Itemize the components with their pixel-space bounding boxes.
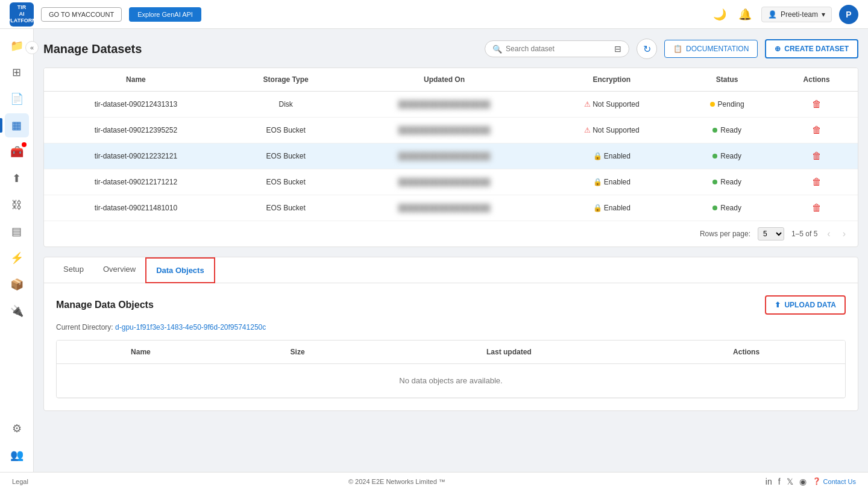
legal-link[interactable]: Legal xyxy=(12,478,28,485)
filter-icon[interactable]: ⊟ xyxy=(614,44,621,54)
go-to-myaccount-button[interactable]: GO TO MYACCOUNT xyxy=(41,7,122,22)
current-directory-link[interactable]: d-gpu-1f91f3e3-1483-4e50-9f6d-20f9574125… xyxy=(115,323,266,331)
sidebar-item-network[interactable]: ⛓ xyxy=(5,193,29,217)
col-encryption: Encryption xyxy=(544,68,679,92)
row-updated-on: ██████████████████ xyxy=(344,118,545,143)
sidebar-item-workflow[interactable]: ⚡ xyxy=(5,246,29,270)
col-do-size: Size xyxy=(225,341,370,364)
twitter-icon[interactable]: 𝕏 xyxy=(787,477,793,486)
rss-icon[interactable]: ◉ xyxy=(799,477,807,486)
row-status: Ready xyxy=(679,118,775,143)
tabs-section: Setup Overview Data Objects Manage Data … xyxy=(43,257,858,411)
pagination-range: 1–5 of 5 xyxy=(791,230,817,238)
row-updated-on: ██████████████████ xyxy=(344,169,545,195)
footer: Legal © 2024 E2E Networks Limited ™ in f… xyxy=(0,472,868,490)
search-icon: 🔍 xyxy=(492,45,502,54)
table-row: tir-dataset-090212395252EOS Bucket██████… xyxy=(44,118,858,143)
team-label: Preeti-team xyxy=(781,10,818,19)
row-status: Pending xyxy=(679,92,775,118)
page-title: Manage Datasets xyxy=(43,42,477,56)
upload-data-button[interactable]: ⬆ UPLOAD DATA xyxy=(765,295,846,315)
row-storage-type: EOS Bucket xyxy=(228,118,344,143)
explore-genai-button[interactable]: Explore GenAI API xyxy=(129,7,201,22)
delete-row-button[interactable]: 🗑 xyxy=(812,203,822,213)
row-name: tir-dataset-090211481010 xyxy=(44,195,228,221)
row-actions: 🗑 xyxy=(775,143,858,169)
manage-data-objects-title: Manage Data Objects xyxy=(56,300,154,310)
notifications-button[interactable]: 🔔 xyxy=(736,5,754,24)
create-dataset-button[interactable]: ⊕ CREATE DATASET xyxy=(765,39,858,58)
row-updated-on: ██████████████████ xyxy=(344,195,545,221)
empty-message: No data objects are available. xyxy=(57,364,845,398)
pagination-next-button[interactable]: › xyxy=(840,227,848,240)
sidebar-item-settings[interactable]: ⚙ xyxy=(5,416,29,441)
row-actions: 🗑 xyxy=(775,195,858,221)
team-selector[interactable]: 👤 Preeti-team ▾ xyxy=(761,7,832,22)
table-row: tir-dataset-090212431313Disk████████████… xyxy=(44,92,858,118)
tab-setup[interactable]: Setup xyxy=(54,257,93,283)
data-objects-table-card: Name Size Last updated Actions No data o… xyxy=(56,340,846,398)
delete-row-button[interactable]: 🗑 xyxy=(812,125,822,136)
sidebar-item-tools[interactable]: 🧰 xyxy=(5,140,29,164)
row-status: Ready xyxy=(679,169,775,195)
sidebar-item-files[interactable]: 📄 xyxy=(5,87,29,111)
logo: TIRAI PLATFORM xyxy=(10,2,34,27)
tabs-content: Manage Data Objects ⬆ UPLOAD DATA Curren… xyxy=(44,283,858,410)
sidebar-item-plugins[interactable]: 🔌 xyxy=(5,299,29,323)
sidebar-item-deploy[interactable]: ⬆ xyxy=(5,166,29,190)
search-box: 🔍 ⊟ xyxy=(485,40,629,57)
refresh-button[interactable]: ↻ xyxy=(637,39,657,59)
tab-data-objects[interactable]: Data Objects xyxy=(145,257,215,283)
row-status: Ready xyxy=(679,143,775,169)
help-icon: ❓ xyxy=(813,477,821,485)
sidebar-item-users[interactable]: 👥 xyxy=(5,443,29,467)
row-actions: 🗑 xyxy=(775,118,858,143)
delete-row-button[interactable]: 🗑 xyxy=(812,151,822,162)
plus-icon: ⊕ xyxy=(775,45,781,53)
row-storage-type: EOS Bucket xyxy=(228,143,344,169)
row-encryption: ⚠ Not Supported xyxy=(544,92,679,118)
upload-icon: ⬆ xyxy=(775,301,781,309)
main-content: Manage Datasets 🔍 ⊟ ↻ 📋 DOCUMENTATION ⊕ … xyxy=(34,29,868,490)
pagination: Rows per page: 5 10 25 1–5 of 5 ‹ › xyxy=(44,221,858,247)
col-updated: Updated On xyxy=(344,68,545,92)
rows-per-page-label: Rows per page: xyxy=(700,230,750,238)
row-encryption: 🔒 Enabled xyxy=(544,195,679,221)
table-row: tir-dataset-090212232121EOS Bucket██████… xyxy=(44,143,858,169)
tabs-header: Setup Overview Data Objects xyxy=(44,257,858,283)
sidebar-item-packages[interactable]: 📦 xyxy=(5,272,29,297)
doc-icon: 📋 xyxy=(673,45,682,53)
col-do-updated: Last updated xyxy=(370,341,647,364)
row-encryption: ⚠ Not Supported xyxy=(544,118,679,143)
facebook-icon[interactable]: f xyxy=(778,477,781,486)
tab-overview[interactable]: Overview xyxy=(93,257,145,283)
rows-per-page-select[interactable]: 5 10 25 xyxy=(758,227,784,240)
manage-data-objects-header: Manage Data Objects ⬆ UPLOAD DATA xyxy=(56,295,846,315)
contact-us-link[interactable]: ❓ Contact Us xyxy=(813,477,856,485)
linkedin-icon[interactable]: in xyxy=(766,477,772,486)
sidebar-item-dashboard[interactable]: ⊞ xyxy=(5,60,29,84)
avatar[interactable]: P xyxy=(839,5,858,24)
sidebar: 📁 ⊞ 📄 ▦ 🧰 ⬆ ⛓ ▤ ⚡ 📦 🔌 ⚙ 👥 xyxy=(0,29,34,472)
col-actions: Actions xyxy=(775,68,858,92)
row-name: tir-dataset-090212431313 xyxy=(44,92,228,118)
sidebar-item-datasets[interactable]: ▦ xyxy=(5,113,29,137)
dataset-table-card: Name Storage Type Updated On Encryption … xyxy=(43,68,858,247)
row-updated-on: ██████████████████ xyxy=(344,143,545,169)
delete-row-button[interactable]: 🗑 xyxy=(812,177,822,187)
documentation-button[interactable]: 📋 DOCUMENTATION xyxy=(664,40,758,58)
copyright-text: © 2024 E2E Networks Limited ™ xyxy=(40,478,753,485)
table-row: tir-dataset-090211481010EOS Bucket██████… xyxy=(44,195,858,221)
pagination-prev-button[interactable]: ‹ xyxy=(825,227,832,240)
col-do-name: Name xyxy=(57,341,225,364)
topnav: TIRAI PLATFORM GO TO MYACCOUNT Explore G… xyxy=(0,0,868,29)
dark-mode-toggle[interactable]: 🌙 xyxy=(711,5,729,24)
delete-row-button[interactable]: 🗑 xyxy=(812,99,822,110)
dataset-table: Name Storage Type Updated On Encryption … xyxy=(44,68,858,221)
sidebar-item-table[interactable]: ▤ xyxy=(5,219,29,243)
row-encryption: 🔒 Enabled xyxy=(544,169,679,195)
col-storage: Storage Type xyxy=(228,68,344,92)
sidebar-collapse-button[interactable]: « xyxy=(25,41,39,54)
row-encryption: 🔒 Enabled xyxy=(544,143,679,169)
search-input[interactable] xyxy=(506,45,611,53)
